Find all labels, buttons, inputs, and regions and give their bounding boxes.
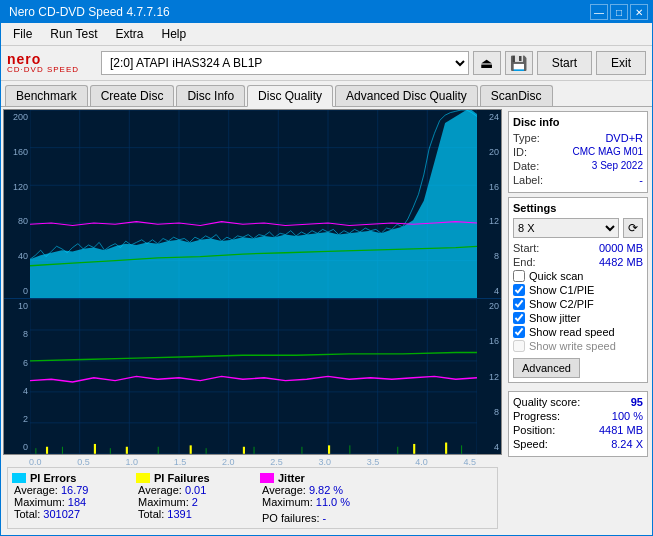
- quality-panel: Quality score: 95 Progress: 100 % Positi…: [508, 391, 648, 457]
- jitter-average: Average: 9.82 %: [260, 484, 380, 496]
- tab-create-disc[interactable]: Create Disc: [90, 85, 175, 106]
- svg-marker-16: [30, 110, 477, 298]
- show-read-speed-row: Show read speed: [513, 326, 643, 338]
- legend-jitter: Jitter Average: 9.82 % Maximum: 11.0 % P…: [260, 472, 380, 524]
- show-write-speed-checkbox[interactable]: [513, 340, 525, 352]
- menu-bar: File Run Test Extra Help: [1, 23, 652, 46]
- main-window: Nero CD-DVD Speed 4.7.7.16 — □ ✕ File Ru…: [0, 0, 653, 536]
- svg-rect-43: [110, 448, 111, 454]
- progress-label: Progress:: [513, 410, 560, 422]
- speed-label: Speed:: [513, 438, 548, 450]
- disc-date-row: Date: 3 Sep 2022: [513, 160, 643, 172]
- pi-errors-color: [12, 473, 26, 483]
- disc-label-label: Label:: [513, 174, 543, 186]
- svg-rect-45: [206, 448, 207, 454]
- right-panel: Disc info Type: DVD+R ID: CMC MAG M01 Da…: [504, 107, 652, 535]
- pi-errors-total: Total: 301027: [12, 508, 132, 520]
- start-button[interactable]: Start: [537, 51, 592, 75]
- chart-upper-y-right: 24 20 16 12 8 4: [477, 110, 501, 298]
- disc-date-label: Date:: [513, 160, 539, 172]
- tab-disc-quality[interactable]: Disc Quality: [247, 85, 333, 107]
- maximize-button[interactable]: □: [610, 4, 628, 20]
- settings-title: Settings: [513, 202, 643, 214]
- svg-rect-35: [126, 447, 128, 454]
- end-mb-row: End: 4482 MB: [513, 256, 643, 268]
- menu-extra[interactable]: Extra: [107, 25, 151, 43]
- chart-lower: 10 8 6 4 2 0 20 16 12 8 4: [4, 299, 501, 454]
- svg-rect-39: [413, 444, 415, 454]
- save-icon[interactable]: 💾: [505, 51, 533, 75]
- chart-x-labels-upper: 0.0 0.5 1.0 1.5 2.0 2.5 3.0 3.5 4.0 4.5: [3, 456, 502, 467]
- advanced-button[interactable]: Advanced: [513, 358, 580, 378]
- disc-date-value: 3 Sep 2022: [592, 160, 643, 172]
- disc-type-label: Type:: [513, 132, 540, 144]
- show-c1pie-label: Show C1/PIE: [529, 284, 594, 296]
- disc-id-value: CMC MAG M01: [572, 146, 643, 158]
- po-failures: PO failures: -: [260, 512, 380, 524]
- legend-area: PI Errors Average: 16.79 Maximum: 184 To…: [7, 467, 498, 529]
- svg-rect-49: [397, 447, 398, 454]
- quick-scan-row: Quick scan: [513, 270, 643, 282]
- chart-upper-y-left: 200 160 120 80 40 0: [4, 110, 30, 298]
- pi-failures-average: Average: 0.01: [136, 484, 256, 496]
- quality-score-label: Quality score:: [513, 396, 580, 408]
- toolbar: nero CD·DVD SPEED [2:0] ATAPI iHAS324 A …: [1, 46, 652, 81]
- start-mb-value: 0000 MB: [599, 242, 643, 254]
- svg-rect-37: [243, 447, 245, 454]
- disc-type-value: DVD+R: [605, 132, 643, 144]
- show-c2pif-checkbox[interactable]: [513, 298, 525, 310]
- window-controls: — □ ✕: [590, 4, 648, 20]
- svg-rect-48: [349, 446, 350, 454]
- position-label: Position:: [513, 424, 555, 436]
- start-mb-row: Start: 0000 MB: [513, 242, 643, 254]
- tab-scan-disc[interactable]: ScanDisc: [480, 85, 553, 106]
- menu-file[interactable]: File: [5, 25, 40, 43]
- exit-button[interactable]: Exit: [596, 51, 646, 75]
- show-read-speed-checkbox[interactable]: [513, 326, 525, 338]
- tabs-bar: Benchmark Create Disc Disc Info Disc Qua…: [1, 81, 652, 107]
- eject-icon[interactable]: ⏏: [473, 51, 501, 75]
- refresh-button[interactable]: ⟳: [623, 218, 643, 238]
- disc-label-row: Label: -: [513, 174, 643, 186]
- close-button[interactable]: ✕: [630, 4, 648, 20]
- tab-advanced-disc-quality[interactable]: Advanced Disc Quality: [335, 85, 478, 106]
- show-c1pie-checkbox[interactable]: [513, 284, 525, 296]
- disc-label-value: -: [639, 174, 643, 186]
- show-c2pif-label: Show C2/PIF: [529, 298, 594, 310]
- jitter-maximum: Maximum: 11.0 %: [260, 496, 380, 508]
- minimize-button[interactable]: —: [590, 4, 608, 20]
- svg-rect-47: [301, 447, 302, 454]
- show-write-speed-row: Show write speed: [513, 340, 643, 352]
- menu-run-test[interactable]: Run Test: [42, 25, 105, 43]
- quick-scan-label: Quick scan: [529, 270, 583, 282]
- svg-rect-44: [158, 447, 159, 454]
- show-write-speed-label: Show write speed: [529, 340, 616, 352]
- tab-disc-info[interactable]: Disc Info: [176, 85, 245, 106]
- chart-lower-svg: [30, 299, 477, 454]
- show-c1pie-row: Show C1/PIE: [513, 284, 643, 296]
- pi-failures-title: PI Failures: [154, 472, 210, 484]
- progress-value: 100 %: [612, 410, 643, 422]
- logo-top: nero: [7, 52, 97, 66]
- show-jitter-checkbox[interactable]: [513, 312, 525, 324]
- quick-scan-checkbox[interactable]: [513, 270, 525, 282]
- position-row: Position: 4481 MB: [513, 424, 643, 436]
- svg-rect-38: [328, 446, 330, 454]
- svg-rect-34: [94, 444, 96, 454]
- tab-benchmark[interactable]: Benchmark: [5, 85, 88, 106]
- svg-rect-42: [62, 447, 63, 454]
- title-bar: Nero CD-DVD Speed 4.7.7.16 — □ ✕: [1, 1, 652, 23]
- chart-upper-svg: [30, 110, 477, 298]
- menu-help[interactable]: Help: [154, 25, 195, 43]
- jitter-color: [260, 473, 274, 483]
- progress-row: Progress: 100 %: [513, 410, 643, 422]
- speed-select[interactable]: 8 X: [513, 218, 619, 238]
- chart-lower-y-right: 20 16 12 8 4: [477, 299, 501, 454]
- logo-bottom: CD·DVD SPEED: [7, 66, 97, 74]
- chart-area: 200 160 120 80 40 0 24 20 16 12 8 4: [3, 109, 502, 455]
- drive-select[interactable]: [2:0] ATAPI iHAS324 A BL1P: [101, 51, 469, 75]
- svg-rect-40: [445, 443, 447, 454]
- speed-row-quality: Speed: 8.24 X: [513, 438, 643, 450]
- window-title: Nero CD-DVD Speed 4.7.7.16: [9, 5, 170, 19]
- chart-upper: 200 160 120 80 40 0 24 20 16 12 8 4: [4, 110, 501, 299]
